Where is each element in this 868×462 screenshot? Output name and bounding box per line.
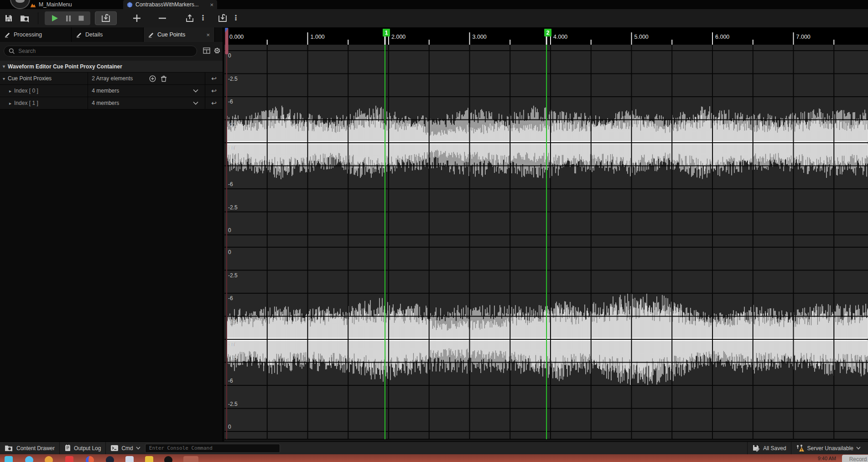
- server-status-label: Server Unavailable: [807, 445, 853, 452]
- revert-icon[interactable]: ↩: [211, 75, 217, 82]
- stop-button[interactable]: [75, 11, 88, 25]
- reimport-options-button[interactable]: •••: [230, 11, 241, 25]
- taskbar-app-icon[interactable]: [145, 456, 153, 462]
- taskbar-button[interactable]: [183, 456, 198, 462]
- amplitude-label: -inf: [228, 341, 236, 348]
- grid-vline: [753, 45, 754, 439]
- zoom-out-button[interactable]: [155, 11, 170, 25]
- delete-all-icon[interactable]: [161, 75, 167, 82]
- revert-icon[interactable]: ↩: [211, 100, 217, 106]
- output-log-button[interactable]: Output Log: [60, 442, 105, 454]
- amplitude-label: -12: [228, 355, 236, 361]
- expander-down-icon[interactable]: ▾: [3, 76, 5, 81]
- amplitude-label: -12: [228, 158, 236, 165]
- panel-tab-strip: Processing Details Cue Points ×: [0, 27, 223, 42]
- wave-asset-icon: [127, 2, 133, 8]
- grid-vline: [833, 45, 834, 439]
- tab-close-icon[interactable]: ×: [210, 2, 213, 8]
- chevron-down-icon[interactable]: [193, 89, 198, 93]
- amplitude-label: -6: [228, 295, 233, 301]
- taskbar-app-icon[interactable]: [5, 456, 13, 462]
- revert-icon[interactable]: ↩: [211, 88, 217, 94]
- arrow-into-tray-icon: [101, 14, 110, 23]
- row-name: Index [ 0 ]: [14, 88, 38, 94]
- tab-processing[interactable]: Processing: [0, 27, 72, 42]
- chevron-down-icon[interactable]: [193, 101, 198, 105]
- search-row: [0, 42, 223, 61]
- content-drawer-button[interactable]: Content Drawer: [0, 442, 59, 454]
- search-box[interactable]: [4, 46, 197, 57]
- search-input[interactable]: [18, 48, 192, 54]
- plus-icon: [132, 14, 141, 23]
- output-log-icon: [64, 444, 71, 452]
- waveform-editor-view[interactable]: 0-2.5-6-12-inf-12-6-2.500-2.5-6-12-inf-1…: [224, 27, 868, 441]
- tab-details[interactable]: Details: [72, 27, 144, 42]
- row-name: Cue Point Proxies: [8, 75, 52, 82]
- ruler-label: 4.000: [553, 34, 567, 40]
- tab-m-mainmenu[interactable]: M_MainMenu: [26, 0, 122, 9]
- taskbar-app-icon[interactable]: [25, 456, 33, 462]
- table-row-cue-point-proxies[interactable]: ▾ Cue Point Proxies 2 Array elements: [0, 73, 223, 85]
- tab-cue-points[interactable]: Cue Points ×: [144, 27, 215, 42]
- taskbar-app-icon[interactable]: [164, 456, 172, 462]
- table-row-index-0[interactable]: ▸ Index [ 0 ] 4 members ↩: [0, 85, 223, 97]
- column-view-icon[interactable]: [203, 47, 210, 54]
- grid-vline: [631, 45, 632, 439]
- taskbar-app-icon[interactable]: [86, 456, 94, 462]
- browse-to-asset-button[interactable]: [16, 11, 34, 25]
- os-taskbar: 9:40 AM Record: [0, 454, 868, 462]
- settings-gear-icon[interactable]: [213, 47, 221, 54]
- content-drawer-icon: [5, 444, 14, 452]
- add-element-icon[interactable]: [149, 75, 156, 82]
- details-panel: Processing Details Cue Points ×: [0, 27, 223, 441]
- row-actions-cell: ↩: [205, 85, 223, 97]
- minus-icon: [158, 14, 167, 23]
- expander-right-icon[interactable]: ▸: [9, 88, 11, 93]
- kebab-icon: •••: [234, 15, 238, 21]
- edit-pencil-icon: [5, 32, 10, 38]
- console-command-input[interactable]: [145, 444, 280, 453]
- table-row-index-1[interactable]: ▸ Index [ 1 ] 4 members ↩: [0, 97, 223, 109]
- arrow-into-tray2-icon: [218, 14, 227, 23]
- taskbar-app-icon[interactable]: [106, 456, 114, 462]
- property-grid-header[interactable]: ▾ Waveform Editor Cue Point Proxy Contai…: [0, 61, 223, 73]
- row-name-cell: ▾ Cue Point Proxies: [0, 73, 88, 84]
- export-button[interactable]: [182, 11, 198, 25]
- output-log-label: Output Log: [74, 445, 101, 452]
- tab-close-icon[interactable]: ×: [206, 32, 210, 38]
- pause-button[interactable]: [62, 11, 75, 25]
- tab-contrabass[interactable]: ContrabassWithMarkers... ×: [123, 0, 217, 9]
- grid-vline: [388, 45, 389, 439]
- reimport-button[interactable]: [215, 11, 230, 25]
- search-icon: [9, 48, 15, 54]
- grid-vline: [550, 45, 551, 439]
- stop-icon: [78, 15, 84, 21]
- row-value-cell: 2 Array elements: [88, 73, 205, 84]
- tab-label: Cue Points: [157, 31, 185, 38]
- toolbar-separator: [38, 12, 38, 24]
- terminal-icon: [110, 445, 119, 452]
- amplitude-label: 0: [228, 227, 231, 234]
- import-button[interactable]: [98, 11, 114, 25]
- cmd-selector[interactable]: Cmd: [106, 442, 145, 454]
- tab-label: ContrabassWithMarkers...: [135, 1, 199, 8]
- export-options-button[interactable]: •••: [198, 11, 208, 25]
- taskbar-app-icon[interactable]: [65, 456, 73, 462]
- zoom-in-button[interactable]: [129, 11, 145, 25]
- grid-vline: [671, 45, 672, 439]
- taskbar-app-icon[interactable]: [45, 456, 53, 462]
- row-actions-cell: ↩: [205, 73, 223, 84]
- amplitude-label: 0: [228, 52, 231, 59]
- taskbar-app-icon[interactable]: [125, 456, 134, 462]
- save-button[interactable]: [1, 11, 16, 25]
- server-status[interactable]: Server Unavailable: [791, 442, 868, 454]
- server-warning-icon: [796, 444, 805, 452]
- expander-right-icon[interactable]: ▸: [9, 101, 11, 106]
- arrow-out-of-tray-icon: [185, 14, 194, 23]
- expander-down-icon[interactable]: ▾: [3, 64, 5, 69]
- row-value: 2 Array elements: [92, 75, 133, 82]
- folder-search-icon: [20, 14, 31, 23]
- all-saved-indicator[interactable]: All Saved: [748, 442, 791, 454]
- play-button[interactable]: [47, 11, 62, 25]
- chevron-down-icon: [136, 446, 140, 450]
